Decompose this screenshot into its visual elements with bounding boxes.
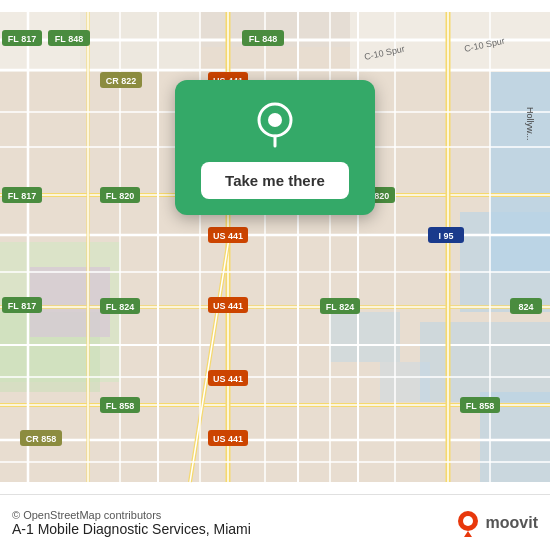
svg-text:FL 824: FL 824 xyxy=(106,302,134,312)
svg-text:FL 817: FL 817 xyxy=(8,301,36,311)
svg-point-94 xyxy=(268,113,282,127)
svg-rect-9 xyxy=(460,212,550,312)
svg-text:FL 848: FL 848 xyxy=(55,34,83,44)
svg-text:Hollyw...: Hollyw... xyxy=(525,107,535,141)
map-container: FL 848 FL 848 FL 817 FL 817 FL 817 CR 82… xyxy=(0,0,550,494)
svg-text:CR 858: CR 858 xyxy=(26,434,57,444)
svg-text:US 441: US 441 xyxy=(213,301,243,311)
footer: © OpenStreetMap contributors A-1 Mobile … xyxy=(0,494,550,550)
business-name: A-1 Mobile Diagnostic Services, Miami xyxy=(12,521,251,537)
svg-text:FL 817: FL 817 xyxy=(8,191,36,201)
svg-rect-10 xyxy=(420,322,550,402)
svg-text:FL 824: FL 824 xyxy=(326,302,354,312)
svg-text:FL 820: FL 820 xyxy=(106,191,134,201)
svg-text:CR 822: CR 822 xyxy=(106,76,137,86)
footer-content: © OpenStreetMap contributors A-1 Mobile … xyxy=(12,509,251,537)
moovit-logo: moovit xyxy=(454,509,538,537)
location-card: Take me there xyxy=(175,80,375,215)
svg-text:US 441: US 441 xyxy=(213,374,243,384)
svg-rect-13 xyxy=(380,362,430,402)
footer-left: © OpenStreetMap contributors A-1 Mobile … xyxy=(12,509,251,537)
svg-text:I 95: I 95 xyxy=(438,231,453,241)
svg-text:FL 858: FL 858 xyxy=(466,401,494,411)
moovit-icon xyxy=(454,509,482,537)
svg-text:FL 848: FL 848 xyxy=(249,34,277,44)
svg-point-97 xyxy=(463,516,473,526)
osm-attribution: © OpenStreetMap contributors xyxy=(12,509,251,521)
moovit-text: moovit xyxy=(486,514,538,532)
svg-marker-98 xyxy=(464,531,472,537)
pin-icon xyxy=(251,100,299,148)
take-me-there-button[interactable]: Take me there xyxy=(201,162,349,199)
svg-text:US 441: US 441 xyxy=(213,434,243,444)
svg-rect-12 xyxy=(330,312,400,362)
svg-rect-2 xyxy=(80,12,200,72)
map-svg: FL 848 FL 848 FL 817 FL 817 FL 817 CR 82… xyxy=(0,0,550,494)
svg-text:FL 858: FL 858 xyxy=(106,401,134,411)
svg-text:FL 817: FL 817 xyxy=(8,34,36,44)
svg-text:824: 824 xyxy=(518,302,533,312)
svg-text:US 441: US 441 xyxy=(213,231,243,241)
app: FL 848 FL 848 FL 817 FL 817 FL 817 CR 82… xyxy=(0,0,550,550)
